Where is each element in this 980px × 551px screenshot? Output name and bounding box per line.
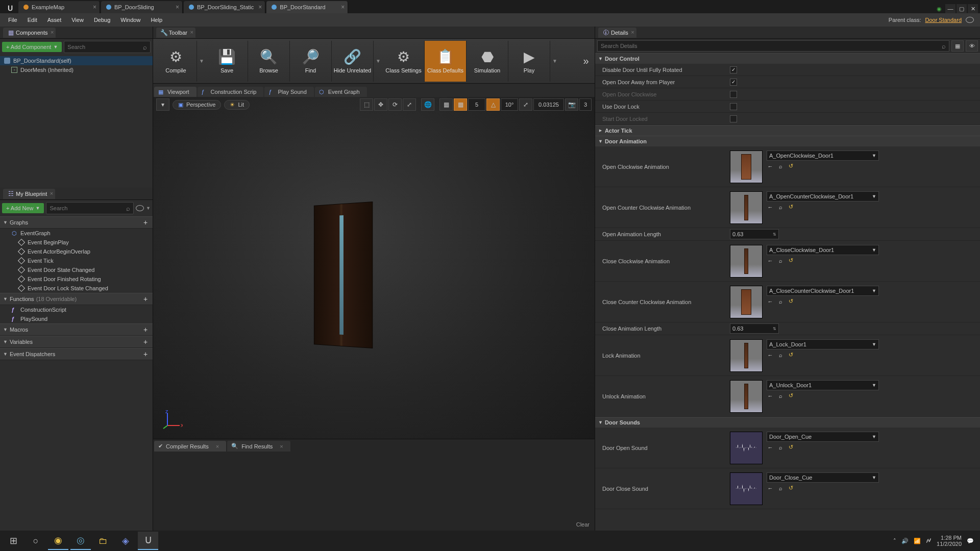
toolbar-find-button[interactable]: 🔎Find bbox=[290, 41, 332, 82]
viewport-canvas[interactable]: x z bbox=[153, 112, 595, 439]
asset-thumbnail[interactable] bbox=[730, 432, 763, 464]
browse-asset-icon[interactable]: ⌕ bbox=[777, 257, 784, 264]
myblueprint-search[interactable]: ⌕ bbox=[46, 202, 134, 214]
reset-asset-icon[interactable]: ↺ bbox=[787, 204, 794, 211]
parent-class-link[interactable]: Door Standard bbox=[925, 17, 962, 23]
perf-icon[interactable]: ◉ bbox=[934, 4, 944, 13]
blueprint-section-header[interactable]: ▼Event Dispatchers+ bbox=[0, 348, 153, 360]
file-tab[interactable]: BP_DoorSliding× bbox=[101, 1, 183, 13]
file-tab[interactable]: BP_DoorSliding_Static× bbox=[184, 1, 265, 13]
reset-asset-icon[interactable]: ↺ bbox=[787, 257, 794, 264]
property-matrix-icon[interactable]: ▦ bbox=[951, 40, 964, 52]
scale-snap-icon[interactable]: ⤢ bbox=[519, 98, 532, 111]
close-tab-icon[interactable]: × bbox=[258, 4, 262, 11]
browse-asset-icon[interactable]: ⌕ bbox=[777, 298, 784, 305]
rotate-mode-icon[interactable]: ⟳ bbox=[388, 98, 402, 111]
details-category-header[interactable]: ▼Door Control bbox=[595, 53, 980, 64]
use-selected-icon[interactable]: ← bbox=[767, 444, 774, 451]
surface-snap-icon[interactable]: ▦ bbox=[439, 98, 453, 111]
opera-icon[interactable]: ◎ bbox=[70, 532, 91, 550]
volume-icon[interactable]: 🔊 bbox=[901, 538, 909, 544]
angle-snap-value[interactable]: 10° bbox=[501, 98, 518, 111]
blueprint-item[interactable]: ƒConstructionScript bbox=[0, 305, 153, 314]
browse-asset-icon[interactable]: ⌕ bbox=[777, 163, 784, 170]
add-icon[interactable]: + bbox=[141, 338, 150, 346]
view-options-icon[interactable] bbox=[136, 205, 144, 211]
blueprint-item[interactable]: ⬡EventGraph bbox=[0, 229, 153, 238]
blueprint-section-header[interactable]: ▼Graphs+ bbox=[0, 216, 153, 229]
add-new-button[interactable]: + Add New▼ bbox=[2, 203, 44, 213]
use-selected-icon[interactable]: ← bbox=[767, 257, 774, 264]
add-icon[interactable]: + bbox=[141, 218, 150, 227]
details-category-header[interactable]: ▼Door Animation bbox=[595, 136, 980, 146]
checkbox[interactable]: ✓ bbox=[730, 66, 737, 73]
scale-mode-icon[interactable]: ⤢ bbox=[403, 98, 416, 111]
translate-mode-icon[interactable]: ✥ bbox=[374, 98, 387, 111]
asset-dropdown[interactable]: A_OpenClockwise_Door1▼ bbox=[767, 151, 879, 161]
blueprint-section-header[interactable]: ▼Macros+ bbox=[0, 323, 153, 336]
reset-asset-icon[interactable]: ↺ bbox=[787, 352, 794, 359]
subtab[interactable]: ▦Viewport bbox=[154, 87, 197, 97]
asset-dropdown[interactable]: Door_Close_Cue▼ bbox=[767, 472, 879, 483]
asset-thumbnail[interactable] bbox=[730, 472, 763, 505]
asset-dropdown[interactable]: A_Lock_Door1▼ bbox=[767, 339, 879, 349]
discord-icon[interactable]: ◈ bbox=[115, 532, 136, 550]
results-tab[interactable]: 🔍Find Results× bbox=[227, 441, 290, 452]
use-selected-icon[interactable]: ← bbox=[767, 392, 774, 399]
add-icon[interactable]: + bbox=[141, 295, 150, 303]
blueprint-item[interactable]: Event Door Finished Rotating bbox=[0, 274, 153, 284]
checkbox[interactable]: ✓ bbox=[730, 79, 737, 86]
toolbar-browse-button[interactable]: 🔍Browse bbox=[248, 41, 290, 82]
details-category-header[interactable]: ▼Actor Tick bbox=[595, 125, 980, 136]
details-category-header[interactable]: ▼Door Sounds bbox=[595, 417, 980, 428]
unreal-taskbar-icon[interactable]: 𝖴 bbox=[138, 532, 158, 550]
notifications-icon[interactable]: 💬 bbox=[967, 538, 974, 544]
system-clock[interactable]: 1:28 PM 11/2/2020 bbox=[937, 535, 962, 547]
asset-dropdown[interactable]: A_CloseCounterClockwise_Door1▼ bbox=[767, 286, 879, 296]
start-button[interactable]: ⊞ bbox=[3, 532, 23, 550]
subtab[interactable]: ƒConstruction Scrip bbox=[198, 87, 264, 97]
asset-thumbnail[interactable] bbox=[730, 286, 763, 318]
asset-dropdown[interactable]: A_OpenCounterClockwise_Door1▼ bbox=[767, 191, 879, 202]
menu-item[interactable]: Window bbox=[115, 15, 145, 25]
asset-thumbnail[interactable] bbox=[730, 191, 763, 224]
blueprint-item[interactable]: Event BeginPlay bbox=[0, 238, 153, 247]
angle-snap-icon[interactable]: △ bbox=[486, 98, 500, 111]
close-tab-icon[interactable]: × bbox=[93, 4, 96, 11]
camera-speed-icon[interactable]: 📷 bbox=[565, 98, 578, 111]
browse-asset-icon[interactable]: ⌕ bbox=[777, 352, 784, 359]
asset-dropdown[interactable]: A_Unlock_Door1▼ bbox=[767, 380, 879, 390]
toolbar-play-button[interactable]: ▶Play bbox=[508, 41, 550, 82]
file-tab[interactable]: BP_DoorStandard× bbox=[266, 1, 348, 13]
coord-system-icon[interactable]: 🌐 bbox=[421, 98, 434, 111]
menu-item[interactable]: Debug bbox=[89, 15, 115, 25]
toolbar-dropdown-caret[interactable]: ▼ bbox=[374, 58, 383, 64]
camera-speed-value[interactable]: 3 bbox=[579, 98, 592, 111]
select-mode-icon[interactable]: ⬚ bbox=[360, 98, 373, 111]
file-tab[interactable]: ExampleMap× bbox=[18, 1, 100, 13]
blueprint-item[interactable]: Event ActorBeginOverlap bbox=[0, 247, 153, 256]
blueprint-section-header[interactable]: ▼Functions(18 Overridable)+ bbox=[0, 293, 153, 305]
wifi-icon[interactable]: 📶 bbox=[914, 538, 921, 544]
subtab[interactable]: ⬡Event Graph bbox=[315, 87, 367, 97]
use-selected-icon[interactable]: ← bbox=[767, 204, 774, 211]
browse-asset-icon[interactable]: ⌕ bbox=[777, 485, 784, 492]
menu-item[interactable]: View bbox=[66, 15, 89, 25]
cortana-icon[interactable]: ○ bbox=[26, 532, 46, 550]
browse-asset-icon[interactable]: ⌕ bbox=[777, 444, 784, 451]
use-selected-icon[interactable]: ← bbox=[767, 163, 774, 170]
reset-asset-icon[interactable]: ↺ bbox=[787, 298, 794, 305]
number-input[interactable]: 0.63⇅ bbox=[730, 323, 779, 334]
visibility-icon[interactable] bbox=[966, 17, 974, 23]
browse-asset-icon[interactable]: ⌕ bbox=[777, 392, 784, 399]
asset-thumbnail[interactable] bbox=[730, 245, 763, 278]
view-options-icon[interactable]: 👁 bbox=[966, 40, 978, 52]
asset-thumbnail[interactable] bbox=[730, 339, 763, 372]
reset-asset-icon[interactable]: ↺ bbox=[787, 392, 794, 399]
minimize-button[interactable]: — bbox=[945, 4, 955, 13]
components-search[interactable]: ⌕ bbox=[64, 41, 151, 53]
subtab[interactable]: ƒPlay Sound bbox=[264, 87, 313, 97]
checkbox[interactable] bbox=[730, 103, 737, 110]
lit-dropdown[interactable]: ☀Lit bbox=[224, 100, 250, 110]
checkbox[interactable] bbox=[730, 91, 737, 98]
